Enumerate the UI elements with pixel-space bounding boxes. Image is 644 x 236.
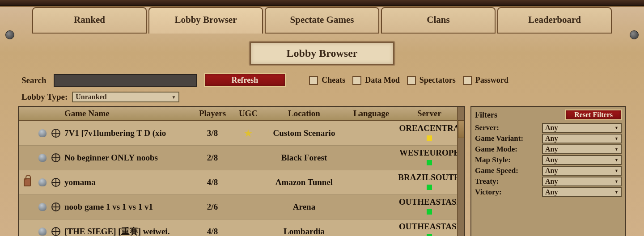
filter-dropdown[interactable]: Any [542, 187, 622, 197]
spectators-label: Spectators [419, 76, 456, 85]
ping-indicator [427, 135, 432, 141]
filter-dropdown[interactable]: Any [542, 155, 622, 165]
lobby-table: Game Name Players UGC Location Language … [18, 106, 465, 236]
search-input[interactable] [54, 74, 197, 87]
globe-icon [51, 202, 60, 211]
filter-label: Server: [475, 123, 499, 132]
location-value: Custom Scenario [264, 128, 344, 138]
ping-indicator [427, 234, 432, 236]
game-name: noob game 1 vs 1 vs 1 v1 [63, 202, 192, 212]
tab-bar: Ranked Lobby Browser Spectate Games Clan… [0, 7, 644, 34]
server-value: OUTHEASTASI [398, 222, 461, 236]
location-value: Arena [264, 202, 344, 212]
players-count: 4/8 [192, 177, 233, 187]
location-value: Amazon Tunnel [264, 177, 344, 187]
spectators-checkbox[interactable] [407, 76, 416, 85]
filter-dropdown[interactable]: Any [542, 134, 622, 143]
filter-dropdown[interactable]: Any [542, 144, 622, 154]
game-name: No beginner ONLY noobs [63, 153, 192, 163]
players-count: 2/8 [192, 153, 233, 163]
window-chrome [0, 0, 644, 6]
table-row[interactable]: [THE SIEGE] [重賽] weiwei.4/8LombardiaOUTH… [19, 219, 464, 236]
globe-icon [51, 178, 60, 187]
location-value: Lombardia [264, 227, 344, 236]
table-row[interactable]: 7V1 [7v1lumbering T D (xio3/8★Custom Sce… [19, 121, 464, 146]
col-game-name[interactable]: Game Name [63, 109, 192, 118]
tab-lobby-browser[interactable]: Lobby Browser [148, 7, 263, 34]
globe-icon [51, 129, 60, 138]
filters-panel: Filters Reset Filters Server:AnyGame Var… [470, 106, 626, 236]
filter-value: Any [545, 124, 558, 132]
filter-label: Game Speed: [475, 166, 518, 175]
datamod-label: Data Mod [365, 76, 400, 85]
table-row[interactable]: noob game 1 vs 1 vs 1 v12/6ArenaOUTHEAST… [19, 195, 464, 219]
tab-ranked[interactable]: Ranked [32, 7, 147, 34]
lock-icon [24, 178, 31, 186]
game-name: [THE SIEGE] [重賽] weiwei. [63, 226, 192, 236]
search-label: Search [21, 76, 47, 85]
cheats-checkbox[interactable] [309, 76, 318, 85]
globe-icon [51, 227, 60, 236]
filter-value: Any [545, 188, 558, 196]
helmet-icon [38, 228, 47, 236]
players-count: 2/6 [192, 202, 233, 212]
filter-dropdown[interactable]: Any [542, 123, 622, 133]
location-value: Black Forest [264, 153, 344, 163]
server-value: WESTEUROPE [398, 148, 461, 168]
ping-indicator [427, 209, 432, 215]
filter-dropdown[interactable]: Any [542, 166, 622, 176]
filter-label: Game Variant: [475, 134, 523, 143]
password-label: Password [475, 76, 508, 85]
tab-clans[interactable]: Clans [381, 7, 496, 34]
refresh-button[interactable]: Refresh [204, 73, 286, 87]
ping-indicator [427, 160, 432, 165]
filter-value: Any [545, 135, 558, 143]
server-value: OREACENTRA [398, 123, 461, 143]
table-row[interactable]: No beginner ONLY noobs2/8Black ForestWES… [19, 146, 464, 170]
title-banner: Lobby Browser [18, 34, 626, 71]
filter-dropdown[interactable]: Any [542, 177, 622, 186]
game-name: 7V1 [7v1lumbering T D (xio [63, 128, 192, 138]
filter-value: Any [545, 177, 558, 185]
controls-row: Search Refresh Cheats Data Mod Spectator… [18, 71, 626, 90]
page-title: Lobby Browser [250, 42, 395, 65]
table-header: Game Name Players UGC Location Language … [19, 107, 464, 121]
filter-value: Any [545, 145, 558, 153]
globe-icon [51, 153, 60, 162]
helmet-icon [38, 178, 47, 186]
lobby-type-value: Unranked [76, 93, 106, 101]
filter-value: Any [545, 167, 558, 175]
datamod-checkbox[interactable] [352, 76, 361, 85]
star-icon: ★ [244, 128, 252, 138]
table-row[interactable]: yomama4/8Amazon TunnelBRAZILSOUTH [19, 170, 464, 195]
reset-filters-button[interactable]: Reset Filters [565, 110, 622, 120]
scroll-thumb[interactable] [458, 120, 464, 138]
col-players[interactable]: Players [192, 109, 233, 118]
col-ugc[interactable]: UGC [233, 109, 264, 118]
main-panel: Ranked Lobby Browser Spectate Games Clan… [0, 6, 644, 236]
col-server[interactable]: Server [398, 109, 461, 118]
lobby-type-label: Lobby Type: [21, 92, 68, 102]
col-location[interactable]: Location [264, 109, 344, 118]
filters-title: Filters [475, 110, 497, 120]
filter-label: Victory: [475, 188, 502, 197]
server-value: OUTHEASTASI [398, 197, 461, 217]
game-name: yomama [63, 177, 192, 187]
filter-label: Map Style: [475, 156, 511, 164]
cheats-label: Cheats [322, 76, 345, 85]
filter-label: Treaty: [475, 177, 499, 186]
ping-indicator [427, 185, 432, 190]
server-value: BRAZILSOUTH [398, 173, 461, 192]
helmet-icon [38, 203, 47, 211]
password-checkbox[interactable] [463, 76, 472, 85]
tab-leaderboard[interactable]: Leaderboard [497, 7, 612, 34]
players-count: 3/8 [192, 128, 233, 138]
filter-label: Game Mode: [475, 145, 517, 154]
lobby-type-dropdown[interactable]: Unranked [72, 92, 179, 102]
helmet-icon [38, 154, 47, 162]
tab-spectate[interactable]: Spectate Games [265, 7, 379, 34]
players-count: 4/8 [192, 227, 233, 236]
scrollbar[interactable] [457, 107, 464, 236]
col-language[interactable]: Language [344, 109, 398, 118]
helmet-icon [38, 129, 47, 137]
